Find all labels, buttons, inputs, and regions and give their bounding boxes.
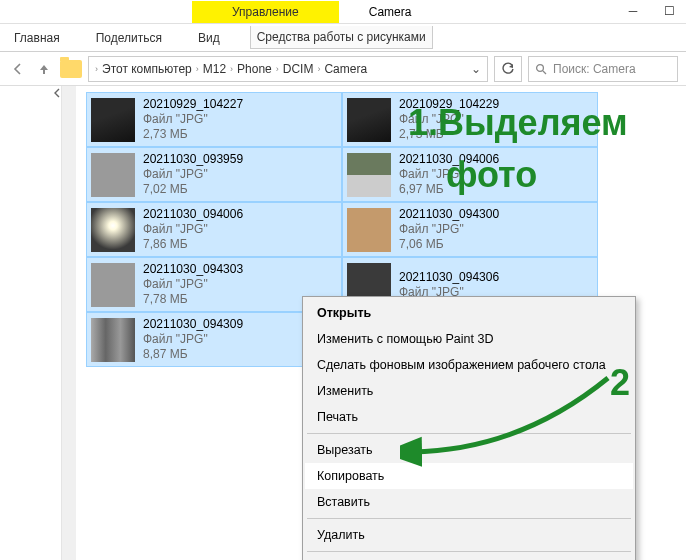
up-button[interactable]	[34, 59, 54, 79]
tab-home[interactable]: Главная	[8, 27, 66, 49]
file-thumbnail	[347, 153, 391, 197]
ctx-open[interactable]: Открыть	[305, 300, 633, 326]
file-thumbnail	[91, 208, 135, 252]
file-thumbnail	[347, 208, 391, 252]
ctx-set-wallpaper[interactable]: Сделать фоновым изображением рабочего ст…	[305, 352, 633, 378]
title-bar: Управление Camera ─ ☐	[0, 0, 686, 24]
file-type: Файл "JPG"	[143, 332, 243, 347]
file-name: 20211030_094006	[143, 207, 243, 222]
ctx-paste[interactable]: Вставить	[305, 489, 633, 515]
back-button[interactable]	[8, 59, 28, 79]
file-item[interactable]: 20210929_104229Файл "JPG"2,73 МБ	[342, 92, 598, 147]
separator	[307, 551, 631, 552]
breadcrumb-item[interactable]: Phone	[237, 62, 272, 76]
file-meta: 20210929_104229Файл "JPG"2,73 МБ	[399, 97, 499, 142]
navigation-pane[interactable]	[0, 86, 62, 560]
ctx-cut[interactable]: Вырезать	[305, 437, 633, 463]
ctx-edit-paint3d[interactable]: Изменить с помощью Paint 3D	[305, 326, 633, 352]
breadcrumb-item[interactable]: Этот компьютер	[102, 62, 192, 76]
ctx-properties[interactable]: Свойства	[305, 555, 633, 560]
chevron-right-icon: ›	[196, 64, 199, 74]
file-item[interactable]: 20211030_094006Файл "JPG"6,97 МБ	[342, 147, 598, 202]
ctx-copy[interactable]: Копировать	[305, 463, 633, 489]
file-type: Файл "JPG"	[143, 167, 243, 182]
file-size: 7,86 МБ	[143, 237, 243, 252]
tab-view[interactable]: Вид	[192, 27, 226, 49]
file-size: 7,02 МБ	[143, 182, 243, 197]
folder-icon	[60, 60, 82, 78]
file-type: Файл "JPG"	[399, 112, 499, 127]
nav-collapse-handle[interactable]	[53, 86, 61, 560]
file-name: 20211030_094303	[143, 262, 243, 277]
file-type: Файл "JPG"	[143, 112, 243, 127]
svg-line-1	[543, 71, 546, 74]
file-thumbnail	[347, 98, 391, 142]
file-meta: 20211030_094309Файл "JPG"8,87 МБ	[143, 317, 243, 362]
chevron-right-icon: ›	[276, 64, 279, 74]
file-size: 2,73 МБ	[143, 127, 243, 142]
file-thumbnail	[91, 318, 135, 362]
tab-picture-tools[interactable]: Средства работы с рисунками	[250, 26, 433, 49]
search-icon	[535, 63, 547, 75]
ctx-delete[interactable]: Удалить	[305, 522, 633, 548]
chevron-right-icon: ›	[230, 64, 233, 74]
file-thumbnail	[91, 98, 135, 142]
chevron-right-icon: ›	[95, 64, 98, 74]
file-item[interactable]: 20211030_094300Файл "JPG"7,06 МБ	[342, 202, 598, 257]
file-item[interactable]: 20211030_093959Файл "JPG"7,02 МБ	[86, 147, 342, 202]
breadcrumb-item[interactable]: M12	[203, 62, 226, 76]
context-menu: Открыть Изменить с помощью Paint 3D Сдел…	[302, 296, 636, 560]
file-meta: 20211030_094006Файл "JPG"7,86 МБ	[143, 207, 243, 252]
file-type: Файл "JPG"	[399, 222, 499, 237]
breadcrumb[interactable]: › Этот компьютер › M12 › Phone › DCIM › …	[88, 56, 488, 82]
file-meta: 20211030_094006Файл "JPG"6,97 МБ	[399, 152, 499, 197]
file-size: 2,73 МБ	[399, 127, 499, 142]
breadcrumb-item[interactable]: DCIM	[283, 62, 314, 76]
window-title: Camera	[369, 5, 412, 19]
search-input[interactable]: Поиск: Camera	[528, 56, 678, 82]
file-meta: 20211030_094303Файл "JPG"7,78 МБ	[143, 262, 243, 307]
file-size: 7,06 МБ	[399, 237, 499, 252]
minimize-button[interactable]: ─	[624, 2, 642, 20]
ribbon-tabs: Главная Поделиться Вид Средства работы с…	[0, 24, 686, 52]
file-size: 7,78 МБ	[143, 292, 243, 307]
file-meta: 20211030_094306Файл "JPG"	[399, 270, 499, 300]
file-name: 20211030_094306	[399, 270, 499, 285]
breadcrumb-item[interactable]: Camera	[324, 62, 367, 76]
ctx-edit[interactable]: Изменить	[305, 378, 633, 404]
file-type: Файл "JPG"	[399, 167, 499, 182]
tab-share[interactable]: Поделиться	[90, 27, 168, 49]
search-placeholder: Поиск: Camera	[553, 62, 636, 76]
chevron-right-icon: ›	[317, 64, 320, 74]
ctx-print[interactable]: Печать	[305, 404, 633, 430]
file-name: 20210929_104229	[399, 97, 499, 112]
address-bar-row: › Этот компьютер › M12 › Phone › DCIM › …	[0, 52, 686, 86]
file-meta: 20211030_093959Файл "JPG"7,02 МБ	[143, 152, 243, 197]
file-name: 20211030_094300	[399, 207, 499, 222]
refresh-button[interactable]	[494, 56, 522, 82]
file-type: Файл "JPG"	[143, 222, 243, 237]
file-thumbnail	[91, 263, 135, 307]
separator	[307, 518, 631, 519]
file-meta: 20210929_104227Файл "JPG"2,73 МБ	[143, 97, 243, 142]
file-type: Файл "JPG"	[143, 277, 243, 292]
separator	[307, 433, 631, 434]
file-name: 20210929_104227	[143, 97, 243, 112]
file-thumbnail	[91, 153, 135, 197]
nav-scrollbar[interactable]	[62, 86, 76, 560]
file-size: 8,87 МБ	[143, 347, 243, 362]
chevron-down-icon[interactable]: ⌄	[471, 62, 481, 76]
file-name: 20211030_094006	[399, 152, 499, 167]
file-name: 20211030_093959	[143, 152, 243, 167]
svg-point-0	[537, 64, 544, 71]
file-name: 20211030_094309	[143, 317, 243, 332]
maximize-button[interactable]: ☐	[660, 2, 678, 20]
manage-context-tab[interactable]: Управление	[192, 1, 339, 23]
file-meta: 20211030_094300Файл "JPG"7,06 МБ	[399, 207, 499, 252]
file-item[interactable]: 20211030_094006Файл "JPG"7,86 МБ	[86, 202, 342, 257]
file-size: 6,97 МБ	[399, 182, 499, 197]
file-item[interactable]: 20210929_104227Файл "JPG"2,73 МБ	[86, 92, 342, 147]
